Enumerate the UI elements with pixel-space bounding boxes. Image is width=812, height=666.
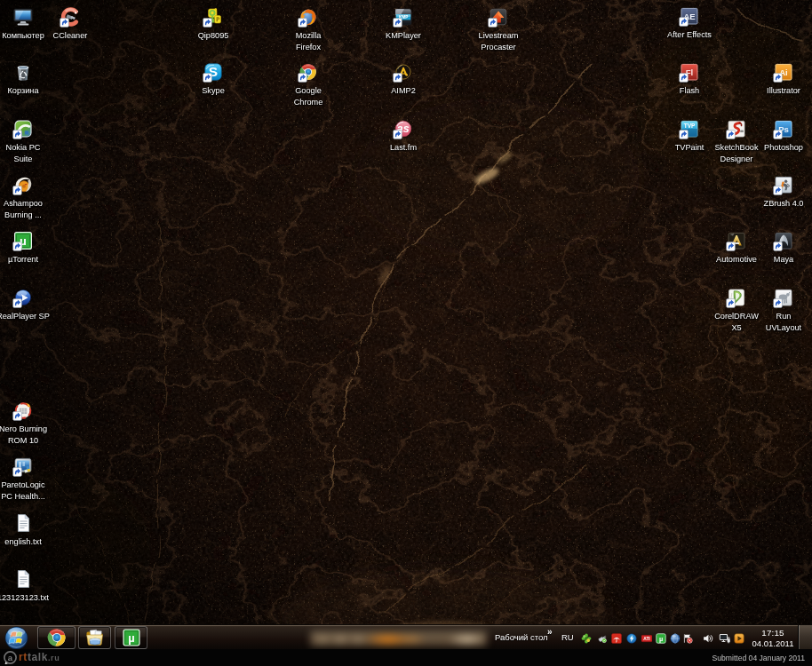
maya-icon	[773, 230, 794, 251]
photoshop-icon: Ps	[773, 118, 794, 139]
nokia-pc-suite-icon	[12, 118, 34, 139]
desktop-icon-maya[interactable]: Maya	[755, 230, 812, 266]
desktop-icon-label: ParetoLogicPC Health...	[0, 480, 52, 502]
shortcut-arrow-icon	[203, 74, 212, 83]
desktop-icon-english-txt[interactable]: english.txt	[0, 512, 52, 548]
svg-text:a: a	[8, 653, 13, 662]
desktop-icon-123123123-txt[interactable]: 123123123.txt	[0, 568, 52, 604]
clock-time: 17:15	[741, 628, 805, 638]
desktop-icon-kmplayer[interactable]: KMP KMPlayer	[375, 6, 432, 42]
desktop-icon-label: µTorrent	[0, 254, 52, 266]
taskbar-button-utorrent[interactable]: µ	[115, 626, 147, 649]
label-line: AIMP2	[375, 85, 432, 97]
desktop-icon-label: After Effects	[661, 29, 718, 41]
desktop-icon-label: AIMP2	[375, 85, 432, 97]
label-line: Chrome	[280, 97, 337, 108]
desktop-icon-paretologic[interactable]: ParetoLogicPC Health...	[0, 456, 52, 502]
desktop-icon-ashampoo-burning[interactable]: AshampooBurning ...	[0, 174, 52, 220]
shortcut-arrow-icon	[13, 186, 22, 195]
tray-volume-icon[interactable]	[703, 633, 713, 644]
chrome-taskbar-icon	[46, 627, 68, 648]
desktop-icon-google-chrome[interactable]: GoogleChrome	[280, 61, 337, 107]
label-line: After Effects	[661, 29, 718, 41]
explorer-folder-icon	[84, 627, 106, 648]
desktop-icon-zbrush[interactable]: ZBrush 4.0	[755, 174, 812, 210]
desktop-icon-lastfm[interactable]: as Last.fm	[375, 118, 432, 154]
taskbar-clock[interactable]: 17:15 04.01.2011	[741, 628, 805, 648]
tray-safely-remove-icon[interactable]	[597, 633, 608, 644]
label-line: RealPlayer SP	[0, 311, 52, 322]
desktop-icon-label: ZBrush 4.0	[755, 198, 812, 210]
shortcut-arrow-icon	[774, 131, 783, 139]
computer-icon	[12, 6, 34, 28]
desktop-icon-realplayer-sp[interactable]: RealPlayer SP	[0, 287, 52, 322]
shortcut-arrow-icon	[13, 468, 22, 477]
tray-utorrent-icon[interactable]: µ	[656, 633, 666, 644]
automotive-icon	[726, 230, 747, 251]
desktop-icon-recycle-bin[interactable]: Корзина	[0, 61, 52, 97]
sketchbook-icon	[726, 118, 747, 139]
label-line: ROM 10	[0, 435, 52, 447]
label-line: Maya	[755, 254, 812, 266]
windows-start-orb-icon	[4, 626, 28, 650]
label-line: Procaster	[470, 42, 527, 53]
desktop-icon-qip8095[interactable]: Qip8095	[185, 6, 242, 42]
shortcut-arrow-icon	[394, 74, 402, 83]
desktop-icon-after-effects[interactable]: AE After Effects	[661, 5, 718, 41]
desktop-icon-illustrator[interactable]: Ai Illustrator	[755, 61, 812, 97]
watermark-logo: a rttalk.ru	[3, 649, 60, 666]
desktop-icon-livestream-procaster[interactable]: LivestreamProcaster	[470, 6, 527, 52]
tvpaint-icon: TVP	[679, 118, 700, 139]
label-line: UVLayout	[755, 322, 812, 334]
label-line: CCleaner	[42, 30, 99, 42]
text-file-icon	[12, 568, 34, 590]
label-line: Nokia PC	[0, 142, 52, 154]
desktop-icon-label: Skype	[185, 85, 242, 97]
watermark-text: rttalk.ru	[19, 651, 60, 664]
desktop-icon-photoshop[interactable]: Ps Photoshop	[755, 118, 812, 154]
shortcut-arrow-icon	[489, 19, 498, 28]
desktop-icon-label: CCleaner	[42, 30, 99, 42]
desktop-icon-label: Qip8095	[185, 30, 242, 42]
tray-blue-globe-icon[interactable]	[670, 633, 681, 644]
desktop-icon-label: Maya	[755, 254, 812, 266]
shortcut-arrow-icon	[774, 74, 783, 83]
shortcut-arrow-icon	[680, 74, 689, 83]
tray-blue-bolt-icon[interactable]	[626, 633, 637, 644]
desktop-icon-aimp2[interactable]: AIMP2	[375, 61, 432, 97]
desktop-icon-label: LivestreamProcaster	[470, 30, 527, 52]
tray-action-center-flag-icon[interactable]	[682, 633, 693, 644]
nero-icon	[12, 400, 34, 421]
language-indicator[interactable]: RU	[561, 632, 574, 642]
tray-green-pinwheel-icon[interactable]	[581, 633, 592, 644]
desktop-icon-label: RealPlayer SP	[0, 311, 52, 322]
desktop-icon-nero-burning-rom[interactable]: Nero BurningROM 10	[0, 400, 52, 446]
desktop-icon-utorrent[interactable]: µ µTorrent	[0, 230, 52, 266]
label-line: Designer	[708, 154, 765, 165]
show-desktop-button[interactable]	[798, 625, 812, 650]
tray-avira-icon[interactable]	[611, 633, 622, 644]
desktop-icon-ccleaner[interactable]: CCleaner	[42, 6, 99, 42]
label-line: Illustrator	[755, 85, 812, 97]
desktop-icon-run-uvlayout[interactable]: RunUVLayout	[755, 287, 812, 333]
shortcut-arrow-icon	[394, 131, 402, 139]
desktop-icon-nokia-pc-suite[interactable]: Nokia PCSuite	[0, 118, 52, 164]
label-line: Firefox	[280, 42, 337, 53]
label-line: Google	[280, 85, 337, 97]
desktop-icon-mozilla-firefox[interactable]: MozillaFirefox	[280, 6, 337, 52]
taskbar-button-chrome[interactable]	[37, 626, 76, 649]
desktop-icon-label: Nokia PCSuite	[0, 142, 52, 164]
after-effects-icon: AE	[679, 5, 700, 27]
desktop-icon-label: Корзина	[0, 85, 52, 97]
desktop-toolbar-label[interactable]: Рабочий стол	[495, 632, 548, 642]
tray-network-icon[interactable]	[719, 633, 731, 644]
toolbar-overflow-chevron[interactable]: »	[547, 627, 553, 637]
desktop-icon-skype[interactable]: S Skype	[185, 61, 242, 97]
tray-ati-icon[interactable]: ATI	[641, 633, 652, 644]
label-line: µTorrent	[0, 254, 52, 266]
taskbar-button-explorer[interactable]	[78, 626, 111, 649]
desktop-icon-label: Flash	[661, 85, 718, 97]
desktop-icon-flash[interactable]: Fl Flash	[661, 61, 718, 97]
ashampoo-burning-icon	[12, 174, 34, 195]
start-button[interactable]	[4, 626, 28, 650]
